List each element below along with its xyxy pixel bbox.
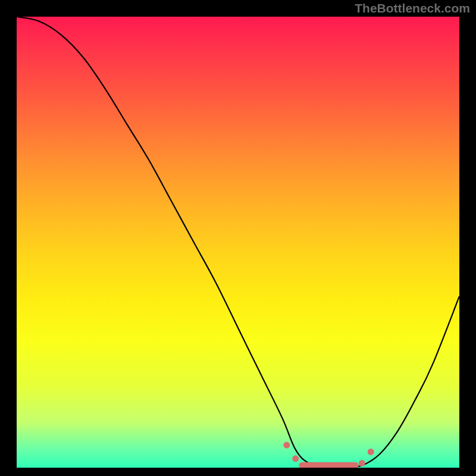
- chart-frame: TheBottleneck.com: [0, 0, 476, 476]
- gradient-plot-area: [17, 17, 459, 468]
- brand-watermark: TheBottleneck.com: [355, 1, 470, 15]
